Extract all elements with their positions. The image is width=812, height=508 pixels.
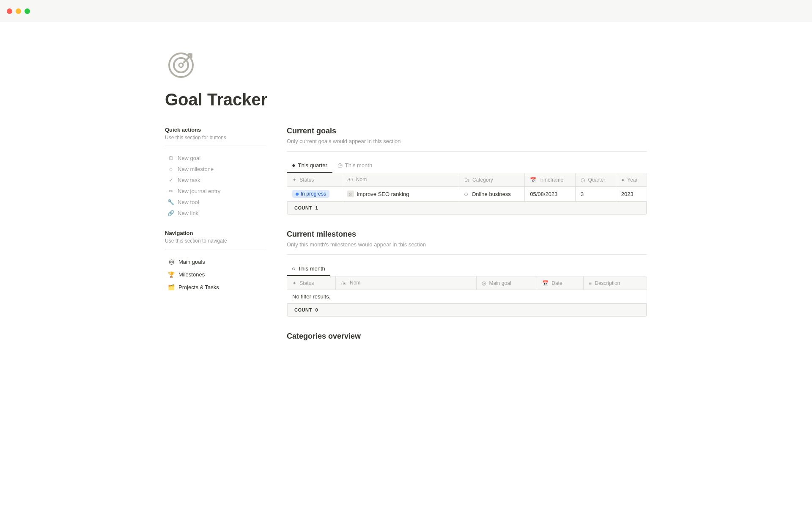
col-ms-main-goal-header: ◎ Main goal: [477, 276, 537, 290]
navigation-section: Navigation Use this section to navigate …: [165, 230, 266, 293]
svg-point-2: [179, 63, 183, 67]
goals-table-wrapper: ✦ Status Aa Nom 🗂 Category: [287, 173, 647, 215]
col-nom-header: Aa Nom: [342, 173, 459, 187]
new-journal-entry-icon: ✏: [167, 188, 174, 194]
col-timeframe-header: 📅 Timeframe: [525, 173, 576, 187]
projects-tasks-icon: 🗂️: [167, 283, 175, 291]
goals-table: ✦ Status Aa Nom 🗂 Category: [287, 173, 647, 202]
nav-projects-tasks[interactable]: 🗂️ Projects & Tasks: [165, 282, 266, 293]
tab-this-quarter[interactable]: ● This quarter: [287, 158, 332, 173]
new-task-icon: ✓: [167, 177, 174, 183]
new-tool-icon: 🔧: [167, 199, 174, 205]
new-task-action[interactable]: ✓ New task: [165, 175, 266, 185]
status-col-icon: ✦: [292, 177, 296, 183]
goal-year-cell: 2023: [616, 187, 647, 202]
new-milestone-icon: ○: [167, 166, 174, 172]
goal-timeframe-cell: 05/08/2023: [525, 187, 576, 202]
goals-count-value: 1: [315, 205, 318, 210]
fullscreen-button[interactable]: [25, 8, 30, 14]
milestones-tabs-bar: ○ This month: [287, 262, 647, 276]
goals-count-row: COUNT 1: [287, 202, 647, 214]
milestones-count-label: COUNT: [294, 307, 312, 312]
timeframe-col-icon: 📅: [530, 177, 536, 183]
col-ms-description-header: ≡ Description: [583, 276, 647, 290]
goal-nom-cell: ◎ Improve SEO ranking: [342, 187, 459, 202]
milestones-no-results-row: No filter results.: [287, 290, 647, 304]
close-button[interactable]: [7, 8, 12, 14]
tab-milestones-this-month[interactable]: ○ This month: [287, 262, 330, 276]
navigation-desc: Use this section to navigate: [165, 238, 266, 244]
navigation-divider: [165, 249, 266, 249]
col-category-header: 🗂 Category: [459, 173, 525, 187]
in-progress-badge: In progress: [292, 190, 329, 198]
new-link-label: New link: [178, 210, 198, 216]
milestones-table: ✦ Status Aa Nom ◎ Main goal: [287, 276, 647, 304]
current-goals-divider: [287, 151, 647, 152]
categories-overview-title: Categories overview: [287, 332, 647, 341]
col-ms-status-header: ✦ Status: [287, 276, 336, 290]
milestones-divider: [287, 254, 647, 255]
current-goals-section: Current goals Only current goals would a…: [287, 127, 647, 215]
tab-this-month[interactable]: ◷ This month: [332, 158, 377, 173]
new-link-icon: 🔗: [167, 210, 174, 216]
page-title: Goal Tracker: [165, 89, 647, 110]
ms-nom-col-icon: Aa: [341, 280, 346, 286]
row-icon: ◎: [347, 190, 354, 197]
milestones-count-value: 0: [315, 307, 318, 312]
milestones-title: Current milestones: [287, 230, 647, 239]
new-goal-label: New goal: [178, 155, 200, 161]
new-milestone-action[interactable]: ○ New milestone: [165, 164, 266, 174]
current-goals-title: Current goals: [287, 127, 647, 135]
status-dot: [296, 193, 299, 196]
nav-main-goals[interactable]: ◎ Main goals: [165, 256, 266, 267]
nav-main-goals-label: Main goals: [178, 259, 205, 265]
new-link-action[interactable]: 🔗 New link: [165, 208, 266, 218]
new-tool-action[interactable]: 🔧 New tool: [165, 197, 266, 207]
month-tab-label: This month: [345, 162, 372, 168]
no-filter-cell: No filter results.: [287, 290, 647, 304]
new-goal-icon: ⊙: [167, 155, 174, 161]
navigation-title: Navigation: [165, 230, 266, 236]
col-year-header: ● Year: [616, 173, 647, 187]
nav-milestones-label: Milestones: [178, 271, 205, 278]
nav-projects-tasks-label: Projects & Tasks: [178, 284, 219, 290]
content-layout: Quick actions Use this section for butto…: [165, 127, 647, 341]
milestones-header-row: ✦ Status Aa Nom ◎ Main goal: [287, 276, 647, 290]
quick-actions-desc: Use this section for buttons: [165, 135, 266, 141]
goals-table-header-row: ✦ Status Aa Nom 🗂 Category: [287, 173, 647, 187]
categories-overview-section: Categories overview: [287, 332, 647, 341]
current-goals-desc: Only current goals would appear in this …: [287, 138, 647, 144]
quarter-col-icon: ◷: [581, 177, 585, 183]
new-goal-action[interactable]: ⊙ New goal: [165, 153, 266, 163]
category-col-icon: 🗂: [464, 177, 469, 183]
year-col-icon: ●: [621, 177, 624, 183]
milestones-month-tab-icon: ○: [292, 265, 295, 272]
quarter-tab-label: This quarter: [298, 162, 327, 168]
titlebar: [0, 0, 812, 22]
quick-actions-divider: [165, 146, 266, 146]
sidebar: Quick actions Use this section for butto…: [165, 127, 266, 341]
ms-main-goal-col-icon: ◎: [482, 280, 486, 286]
goals-tabs-bar: ● This quarter ◷ This month: [287, 158, 647, 173]
quick-actions-title: Quick actions: [165, 127, 266, 133]
milestones-count-row: COUNT 0: [287, 304, 647, 316]
table-row[interactable]: In progress ◎ Improve SEO ranking: [287, 187, 647, 202]
milestones-nav-icon: 🏆: [167, 271, 175, 278]
goals-count-label: COUNT: [294, 205, 312, 210]
quarter-tab-icon: ●: [292, 162, 295, 168]
col-status-header: ✦ Status: [287, 173, 342, 187]
ms-status-col-icon: ✦: [292, 280, 296, 286]
nom-col-icon: Aa: [347, 177, 353, 182]
page-wrapper: Goal Tracker Quick actions Use this sect…: [131, 22, 681, 375]
nav-milestones[interactable]: 🏆 Milestones: [165, 269, 266, 280]
minimize-button[interactable]: [16, 8, 21, 14]
ms-desc-col-icon: ≡: [589, 280, 592, 286]
milestones-desc: Only this month's milestones would appea…: [287, 241, 647, 248]
new-journal-entry-action[interactable]: ✏ New journal entry: [165, 186, 266, 196]
milestones-month-tab-label: This month: [298, 265, 325, 272]
col-quarter-header: ◷ Quarter: [576, 173, 616, 187]
goal-quarter-cell: 3: [576, 187, 616, 202]
no-filter-text: No filter results.: [292, 293, 330, 300]
target-icon: [165, 47, 199, 81]
new-milestone-label: New milestone: [178, 166, 214, 172]
